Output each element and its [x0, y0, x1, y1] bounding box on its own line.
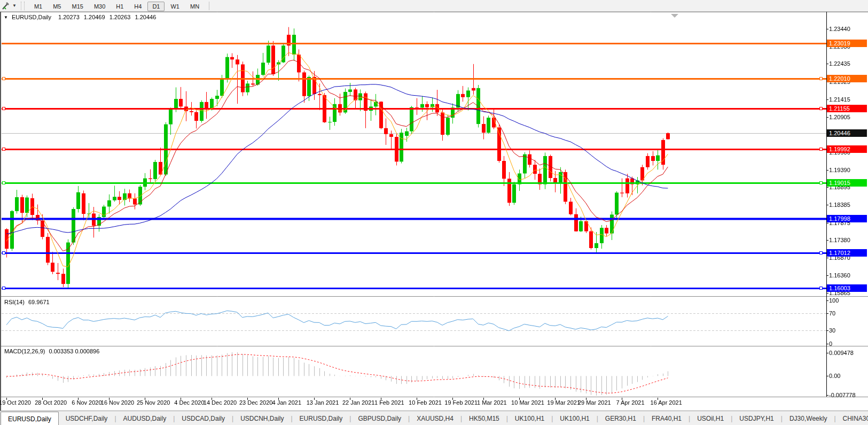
- chart-tab-usoil-h1[interactable]: USOil,H1: [690, 411, 731, 425]
- timeframe-toolbar: ▼ M1M5M15M30H1H4D1W1MN: [0, 0, 868, 12]
- timeframe-button-h4[interactable]: H4: [129, 2, 146, 11]
- chart-tab-uk100-h1[interactable]: UK100,H1: [508, 411, 551, 425]
- rsi-indicator-label: RSI(14) 69.9671: [4, 299, 50, 305]
- date-axis-label: 13 Jan 2021: [307, 399, 339, 406]
- quote-open: 1.20273: [58, 14, 80, 20]
- macd-name: MACD(12,26,9): [4, 348, 45, 354]
- chart-canvas[interactable]: [0, 0, 868, 425]
- tabs-host: EURUSD,DailyUSDCHF,Daily|AUDUSD,Daily|US…: [1, 411, 868, 425]
- chart-tab-uk100-h1[interactable]: UK100,H1: [553, 411, 596, 425]
- date-axis-label: 10 Mar 2021: [511, 399, 544, 406]
- collapse-caret-icon[interactable]: ▼: [4, 15, 8, 20]
- date-axis-label: 10 Feb 2021: [409, 399, 442, 406]
- drawing-tool-icon[interactable]: [2, 2, 11, 10]
- chart-tab-usdjpy-h1[interactable]: USDJPY,H1: [732, 411, 780, 425]
- price-axis-tick: 1.21415: [829, 96, 850, 103]
- macd-values: 0.003353 0.000896: [49, 348, 99, 354]
- chart-tab-hk50-m15[interactable]: HK50,M15: [462, 411, 506, 425]
- quote-low: 1.20263: [110, 14, 131, 20]
- chart-tab-china300-h1[interactable]: CHINA300,H1: [836, 411, 868, 425]
- rsi-axis-tick: 70: [829, 310, 835, 316]
- price-axis-tick: 1.20905: [829, 114, 850, 120]
- chart-tab-usdcnh-daily[interactable]: USDCNH,Daily: [233, 411, 291, 425]
- date-axis-label: 22 Jan 2021: [342, 399, 375, 406]
- chart-tab-ger30-h1[interactable]: GER30,H1: [598, 411, 643, 425]
- chart-tab-fra40-h1[interactable]: FRA40,H1: [645, 411, 689, 425]
- hline-price-badge[interactable]: 1.21155: [827, 105, 867, 112]
- chart-tab-bar: EURUSD,DailyUSDCHF,Daily|AUDUSD,Daily|US…: [0, 411, 868, 425]
- timeframe-button-d1[interactable]: D1: [147, 2, 165, 11]
- timeframe-buttons: M1M5M15M30H1H4D1W1MN: [29, 1, 205, 11]
- chart-tab-usdcad-daily[interactable]: USDCAD,Daily: [175, 411, 232, 425]
- chart-tab-dj30-weekly[interactable]: DJ30,Weekly: [783, 411, 834, 425]
- timeframe-button-m15[interactable]: M15: [67, 2, 88, 11]
- price-axis-tick: 1.19390: [829, 167, 850, 173]
- date-axis-label: 16 Nov 2020: [101, 399, 134, 406]
- date-axis-label: 19 Oct 2020: [0, 399, 31, 406]
- mt4-window: ▼ M1M5M15M30H1H4D1W1MN ▼ EURUSD,Daily 1.…: [0, 0, 868, 425]
- hline-price-badge[interactable]: 1.17998: [827, 215, 867, 222]
- chart-tab-usdchf-daily[interactable]: USDCHF,Daily: [59, 411, 115, 425]
- toolbar-drag-handle[interactable]: [21, 2, 25, 10]
- hline-price-badge[interactable]: 1.17012: [827, 249, 867, 257]
- macd-axis-tick: 0.00: [829, 373, 840, 379]
- chart-tab-audusd-daily[interactable]: AUDUSD,Daily: [116, 411, 174, 425]
- date-axis-label: 4 Jan 2021: [272, 399, 301, 406]
- timeframe-button-w1[interactable]: W1: [166, 2, 184, 11]
- rsi-axis-tick: 100: [829, 297, 839, 304]
- hline-price-badge[interactable]: 1.23019: [827, 40, 867, 47]
- macd-axis-tick: 0.009478: [829, 350, 854, 356]
- date-axis-label: 29 Mar 2021: [578, 399, 611, 406]
- date-axis-label: 14 Dec 2020: [204, 399, 237, 406]
- hline-price-badge[interactable]: 1.19992: [827, 145, 867, 153]
- chart-symbol-label: EURUSD,Daily: [12, 14, 51, 20]
- toolbar-separator: [209, 2, 209, 10]
- date-axis-label: 7 Apr 2021: [616, 399, 644, 406]
- price-axis-tick: 1.17380: [829, 237, 850, 243]
- date-axis-label: 6 Nov 2020: [72, 399, 101, 406]
- date-axis-label: 19 Feb 2021: [444, 399, 478, 406]
- macd-indicator-label: MACD(12,26,9) 0.003353 0.000896: [4, 348, 99, 354]
- quote-close: 1.20446: [135, 14, 157, 20]
- price-axis-tick: 1.18385: [829, 202, 850, 208]
- chevron-down-icon[interactable]: ▼: [12, 3, 17, 8]
- date-axis-label: 1 Mar 2021: [477, 399, 507, 406]
- rsi-axis-tick: 30: [829, 327, 835, 334]
- chart-tab-eurusd-daily[interactable]: EURUSD,Daily: [293, 411, 350, 425]
- date-axis-label: 23 Dec 2020: [239, 399, 272, 406]
- price-axis-tick: 1.23440: [829, 26, 850, 32]
- price-axis-tick: 1.16360: [829, 272, 850, 279]
- current-price-badge: 1.20446: [827, 129, 867, 137]
- timeframe-button-h1[interactable]: H1: [111, 2, 128, 11]
- date-axis-label: 16 Apr 2021: [651, 399, 682, 406]
- rsi-name: RSI(14): [4, 299, 25, 305]
- rsi-axis-tick: 0: [829, 341, 832, 347]
- date-axis-label: 19 Mar 2021: [547, 399, 580, 406]
- chart-header: ▼ EURUSD,Daily 1.20273 1.20469 1.20263 1…: [4, 14, 156, 20]
- chart-tab-eurusd-daily[interactable]: EURUSD,Daily: [1, 412, 59, 425]
- timeframe-button-m5[interactable]: M5: [48, 2, 66, 11]
- timeframe-button-m30[interactable]: M30: [89, 2, 110, 11]
- rsi-value: 69.9671: [28, 299, 50, 305]
- date-axis-label: 4 Dec 2020: [174, 399, 204, 406]
- chart-tab-gbpusd-daily[interactable]: GBPUSD,Daily: [351, 411, 408, 425]
- macd-axis-tick: -0.007778: [829, 392, 856, 398]
- hline-price-badge[interactable]: 1.16003: [827, 284, 867, 292]
- price-axis-tick: 1.22435: [829, 60, 850, 67]
- date-axis-label: 25 Nov 2020: [137, 399, 170, 406]
- date-axis-label: 1 Feb 2021: [374, 399, 404, 406]
- hline-price-badge[interactable]: 1.19015: [827, 179, 867, 187]
- date-axis-label: 28 Oct 2020: [35, 399, 67, 406]
- timeframe-button-mn[interactable]: MN: [185, 2, 204, 11]
- hline-price-badge[interactable]: 1.22010: [827, 75, 867, 82]
- timeframe-button-m1[interactable]: M1: [29, 2, 47, 11]
- quote-high: 1.20469: [84, 14, 105, 20]
- chart-tab-xauusd-h4[interactable]: XAUUSD,H4: [410, 411, 460, 425]
